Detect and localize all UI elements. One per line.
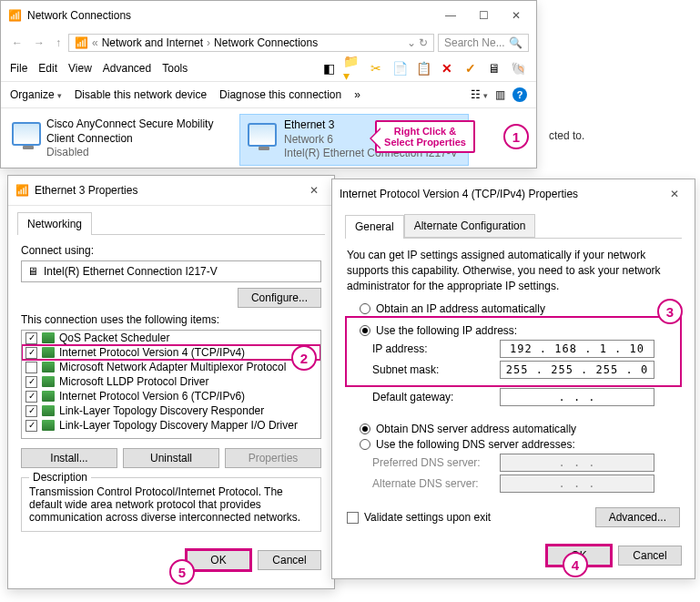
breadcrumb[interactable]: 📶 « Network and Internet › Network Conne… xyxy=(68,34,434,52)
copy-icon[interactable]: 📄 xyxy=(391,59,409,77)
radio-auto-ip[interactable]: Obtain an IP address automatically xyxy=(360,302,680,315)
menu-edit[interactable]: Edit xyxy=(38,62,57,75)
tab-networking[interactable]: Networking xyxy=(17,212,92,235)
conn-name: Cisco AnyConnect Secure Mobility Client … xyxy=(46,117,230,146)
proto-icon xyxy=(42,376,55,387)
menu-advanced[interactable]: Advanced xyxy=(103,62,151,75)
connect-using-label: Connect using: xyxy=(21,244,321,257)
proto-icon xyxy=(42,332,55,343)
window-title: Network Connections xyxy=(27,9,131,22)
proto-icon xyxy=(42,362,55,372)
crumb-parent[interactable]: Network and Internet xyxy=(102,36,203,49)
advanced-button[interactable]: Advanced... xyxy=(595,507,680,527)
proto-icon xyxy=(42,420,55,431)
checkbox[interactable] xyxy=(25,376,37,388)
list-item[interactable]: Internet Protocol Version 6 (TCP/IPv6) xyxy=(22,389,320,403)
command-bar: Organize Disable this network device Dia… xyxy=(1,81,536,108)
organize-menu[interactable]: Organize xyxy=(10,88,62,101)
back-button[interactable]: ← xyxy=(8,35,26,51)
search-input[interactable]: Search Ne... 🔍 xyxy=(438,34,529,52)
checkbox[interactable] xyxy=(25,347,37,359)
diagnose-button[interactable]: Diagnose this connection xyxy=(219,88,341,101)
preferred-dns-input: . . . xyxy=(500,454,654,472)
minimize-button[interactable]: — xyxy=(438,6,463,25)
list-item[interactable]: Microsoft Network Adapter Multiplexor Pr… xyxy=(22,360,320,374)
radio-icon xyxy=(360,439,370,450)
close-button[interactable]: ✕ xyxy=(301,181,327,199)
help-icon[interactable]: ? xyxy=(512,87,527,102)
prop-icon[interactable]: 🖥 xyxy=(485,59,503,77)
mask-label: Subnet mask: xyxy=(372,363,500,376)
close-button[interactable]: ✕ xyxy=(662,185,687,203)
adapter-name: Intel(R) Ethernet Connection I217-V xyxy=(44,265,218,278)
radio-use-ip[interactable]: Use the following IP address: xyxy=(360,324,676,337)
list-item[interactable]: Microsoft LLDP Protocol Driver xyxy=(22,374,320,389)
cut-icon[interactable]: ✂ xyxy=(367,59,385,77)
up-button[interactable]: ↑ xyxy=(52,35,65,51)
step-badge-2: 2 xyxy=(291,345,317,371)
tab-strip: General Alternate Configuration xyxy=(345,214,682,239)
install-button[interactable]: Install... xyxy=(21,448,117,468)
view-icon[interactable]: ☷ xyxy=(471,88,488,101)
delete-icon[interactable]: ✕ xyxy=(438,59,456,77)
disable-device-button[interactable]: Disable this network device xyxy=(75,88,207,101)
manual-ip-group: Use the following IP address: IP address… xyxy=(347,318,680,385)
close-button[interactable]: ✕ xyxy=(503,6,529,25)
uninstall-button[interactable]: Uninstall xyxy=(123,448,219,468)
titlebar: 📶 Network Connections — ☐ ✕ xyxy=(1,1,536,30)
checkbox[interactable] xyxy=(25,405,37,417)
radio-auto-dns[interactable]: Obtain DNS server address automatically xyxy=(360,423,680,435)
tab-strip: Networking xyxy=(17,211,325,235)
radio-use-dns[interactable]: Use the following DNS server addresses: xyxy=(360,438,680,451)
cancel-button[interactable]: Cancel xyxy=(258,550,321,570)
description-text: Transmission Control Protocol/Internet P… xyxy=(29,485,313,524)
checkbox[interactable] xyxy=(25,332,37,344)
list-item-ipv4[interactable]: Internet Protocol Version 4 (TCP/IPv4) xyxy=(22,345,320,360)
check-icon[interactable]: ✓ xyxy=(462,59,480,77)
checkbox[interactable] xyxy=(25,420,37,432)
forward-button[interactable]: → xyxy=(30,35,48,51)
menubar: File Edit View Advanced Tools ◧ 📁▾ ✂ 📄 📋… xyxy=(1,56,536,81)
cancel-button[interactable]: Cancel xyxy=(618,546,682,566)
step-badge-5: 5 xyxy=(169,559,195,585)
list-item[interactable]: Link-Layer Topology Discovery Mapper I/O… xyxy=(22,418,320,433)
chevron-icon[interactable]: » xyxy=(354,88,360,101)
adapter-icon xyxy=(246,118,279,151)
paste-icon[interactable]: 📋 xyxy=(414,59,432,77)
checkbox[interactable] xyxy=(25,362,37,373)
menu-view[interactable]: View xyxy=(68,62,92,75)
menu-tools[interactable]: Tools xyxy=(162,62,188,75)
address-bar: ← → ↑ 📶 « Network and Internet › Network… xyxy=(1,30,536,56)
radio-icon xyxy=(360,325,370,336)
maximize-button[interactable]: ☐ xyxy=(471,6,496,25)
properties-button[interactable]: Properties xyxy=(225,448,321,468)
menu-file[interactable]: File xyxy=(10,62,27,75)
gateway-input[interactable]: . . . xyxy=(500,388,654,406)
preview-icon[interactable]: ▥ xyxy=(495,88,505,101)
items-label: This connection uses the following items… xyxy=(21,313,321,326)
validate-checkbox[interactable]: Validate settings upon exit xyxy=(347,511,491,524)
radio-icon xyxy=(360,303,370,314)
folder-icon: 📶 xyxy=(8,9,22,22)
shell-icon[interactable]: 🐚 xyxy=(509,59,527,77)
configure-button[interactable]: Configure... xyxy=(238,288,321,308)
panes-icon[interactable]: ◧ xyxy=(320,59,338,77)
alternate-dns-input: . . . xyxy=(500,474,654,493)
folder-icon[interactable]: 📁▾ xyxy=(343,59,361,77)
pdns-label: Preferred DNS server: xyxy=(372,456,500,469)
tab-general[interactable]: General xyxy=(345,215,404,239)
gateway-label: Default gateway: xyxy=(372,391,500,403)
subnet-mask-input[interactable]: 255 . 255 . 255 . 0 xyxy=(500,361,654,379)
crumb-current[interactable]: Network Connections xyxy=(214,36,318,49)
tab-alternate[interactable]: Alternate Configuration xyxy=(404,214,536,238)
adns-label: Alternate DNS server: xyxy=(372,477,500,490)
connection-cisco[interactable]: Cisco AnyConnect Secure Mobility Client … xyxy=(6,114,236,166)
list-item[interactable]: QoS Packet Scheduler xyxy=(22,331,320,345)
ok-button[interactable]: OK xyxy=(187,550,250,570)
adapter-icon: 🖥 xyxy=(27,265,38,278)
dialog-title: Ethernet 3 Properties xyxy=(35,184,137,197)
list-item[interactable]: Link-Layer Topology Discovery Responder xyxy=(22,403,320,418)
checkbox[interactable] xyxy=(25,391,37,403)
ip-address-input[interactable]: 192 . 168 . 1 . 10 xyxy=(500,340,654,358)
items-list[interactable]: QoS Packet Scheduler Internet Protocol V… xyxy=(21,330,321,439)
